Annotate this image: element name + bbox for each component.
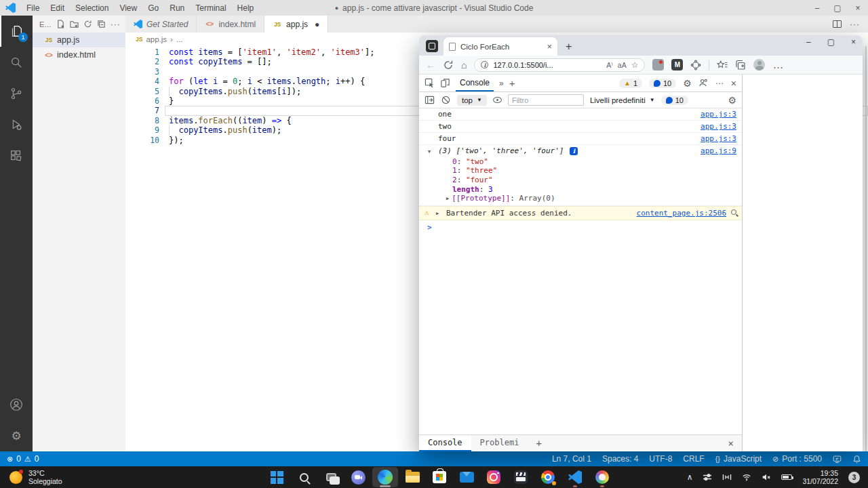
url-text[interactable]: 127.0.0.1:5500/i... — [493, 61, 601, 69]
devtools-close-icon[interactable]: × — [731, 78, 736, 89]
menu-file[interactable]: File — [21, 3, 45, 13]
messages-badge-2[interactable]: 10 — [661, 96, 688, 105]
minimize-button[interactable]: – — [807, 0, 827, 16]
breadcrumb-symbol[interactable]: ... — [176, 35, 183, 43]
status-spaces-4[interactable]: Spaces: 4 — [602, 454, 638, 464]
extensions-puzzle-icon[interactable] — [690, 60, 701, 70]
feedback-person-icon[interactable] — [698, 78, 709, 88]
console-source-link[interactable]: app.js:3 — [692, 110, 736, 118]
taskbar-vscode-icon[interactable] — [562, 467, 588, 487]
extension-m-icon[interactable]: M — [671, 59, 683, 70]
menu-help[interactable]: Help — [232, 3, 260, 13]
bell-icon[interactable] — [852, 455, 861, 464]
status-port-5500[interactable]: ⊘Port : 5500 — [772, 454, 822, 464]
settings-button[interactable]: ⚙ — [0, 420, 33, 451]
sidebar-item-extensions[interactable] — [0, 140, 33, 171]
editor-scrollbar[interactable] — [865, 46, 867, 451]
favorites-icon[interactable] — [717, 60, 728, 70]
collapse-all-icon[interactable] — [97, 20, 106, 28]
devtools-settings-icon[interactable]: ⚙ — [683, 78, 692, 89]
taskbar-chat-icon[interactable] — [345, 467, 371, 487]
restore-button[interactable]: ▢ — [827, 0, 848, 16]
split-editor-icon[interactable] — [833, 20, 842, 28]
accounts-button[interactable] — [0, 389, 33, 420]
editor-tab-app-js[interactable]: JSapp.js● — [264, 16, 328, 33]
menu-view[interactable]: View — [114, 3, 142, 13]
breadcrumb-file[interactable]: app.js — [146, 35, 167, 43]
refresh-icon[interactable] — [83, 20, 92, 28]
console-sidebar-icon[interactable] — [425, 95, 435, 105]
clear-console-icon[interactable] — [441, 95, 451, 105]
collections-icon[interactable] — [735, 60, 746, 70]
live-expression-icon[interactable] — [493, 97, 502, 103]
devtools-tab-console[interactable]: Console — [456, 75, 494, 92]
extension-icon[interactable] — [652, 59, 664, 70]
filter-input[interactable] — [508, 94, 584, 106]
taskbar-edge-icon[interactable] — [372, 467, 398, 487]
menu-selection[interactable]: Selection — [70, 3, 114, 13]
wifi-icon[interactable] — [742, 472, 751, 482]
drawer-close-icon[interactable]: × — [720, 435, 742, 451]
home-icon[interactable]: ⌂ — [461, 60, 467, 70]
browser-close-button[interactable]: × — [851, 37, 856, 47]
close-button[interactable]: × — [848, 0, 868, 16]
tab-close-icon[interactable]: × — [547, 41, 552, 52]
feedback-icon[interactable] — [833, 455, 842, 464]
menu-edit[interactable]: Edit — [45, 3, 70, 13]
new-tab-button[interactable]: + — [566, 43, 572, 50]
messages-badge[interactable]: 10 — [649, 79, 676, 88]
status-utf-8[interactable]: UTF-8 — [649, 454, 672, 464]
refresh-icon[interactable] — [443, 60, 454, 70]
editor-tab-get-started[interactable]: Get Started — [125, 16, 197, 33]
console-prompt[interactable]: > — [419, 220, 742, 226]
file-item-app.js[interactable]: JSapp.js — [33, 33, 125, 47]
status-crlf[interactable]: CRLF — [683, 454, 704, 464]
new-folder-icon[interactable] — [70, 20, 79, 28]
site-info-icon[interactable]: i — [481, 61, 488, 68]
taskbar-clock[interactable]: 19:35 31/07/2022 — [802, 469, 838, 485]
drawer-add-icon[interactable]: + — [528, 435, 549, 451]
expand-arrow-icon[interactable]: ▼ — [428, 148, 431, 156]
taskbar-store-icon[interactable] — [427, 467, 452, 487]
drawer-tab-problems[interactable]: Problemi — [471, 435, 528, 451]
devtools-more-icon[interactable]: ⋯ — [715, 79, 724, 88]
more-actions-icon[interactable]: ··· — [111, 20, 121, 29]
taskbar-mail-icon[interactable] — [454, 467, 479, 487]
expand-arrow-icon[interactable]: ▶ — [446, 196, 449, 201]
browser-menu-icon[interactable]: … — [772, 59, 784, 71]
array-preview[interactable]: (3) ['two', 'three', 'four'] — [438, 147, 564, 155]
taskbar-paint-icon[interactable] — [589, 467, 615, 487]
device-toolbar-icon[interactable] — [440, 78, 450, 88]
editor-more-icon[interactable]: ··· — [850, 20, 860, 29]
read-aloud-icon[interactable]: A⁾ — [606, 61, 613, 69]
context-selector[interactable]: top▼ — [457, 95, 487, 106]
menu-go[interactable]: Go — [142, 3, 164, 13]
log-levels-dropdown[interactable]: Livelli predefiniti▼ — [590, 96, 655, 104]
battery-icon[interactable] — [781, 474, 792, 480]
sidebar-item-explorer[interactable]: 1 — [0, 16, 33, 47]
tray-chevron-icon[interactable]: ∧ — [687, 472, 693, 482]
status-ln-7-col-1[interactable]: Ln 7, Col 1 — [552, 454, 591, 464]
sidebar-item-search[interactable] — [0, 47, 33, 78]
translate-icon[interactable]: aA — [618, 61, 627, 69]
volume-muted-icon[interactable] — [762, 472, 771, 482]
status-javascript[interactable]: {}JavaScript — [715, 454, 762, 464]
tray-mixer-icon[interactable] — [703, 472, 712, 482]
taskbar-explorer-icon[interactable] — [399, 467, 425, 487]
expand-arrow-icon[interactable]: ▶ — [436, 210, 439, 218]
sidebar-item-run-debug[interactable] — [0, 109, 33, 140]
taskbar-chrome-icon[interactable] — [535, 467, 561, 487]
favorite-star-icon[interactable]: ☆ — [631, 60, 639, 70]
more-tabs-icon[interactable]: » — [499, 79, 504, 88]
taskbar-taskview-icon[interactable] — [318, 467, 344, 487]
inspect-element-icon[interactable] — [425, 78, 435, 88]
sidebar-item-source-control[interactable] — [0, 78, 33, 109]
search-source-icon[interactable] — [731, 209, 736, 215]
browser-minimize-button[interactable]: – — [806, 37, 811, 47]
taskbar-search-icon[interactable] — [291, 467, 317, 487]
address-bar[interactable]: i 127.0.0.1:5500/i... A⁾ aA ☆ — [474, 58, 645, 72]
drawer-tab-console[interactable]: Console — [419, 435, 471, 451]
console-settings-icon[interactable]: ⚙ — [728, 95, 736, 106]
console-source-link[interactable]: content_page.js:2506 — [629, 209, 726, 217]
file-item-index.html[interactable]: <>index.html — [33, 47, 125, 62]
